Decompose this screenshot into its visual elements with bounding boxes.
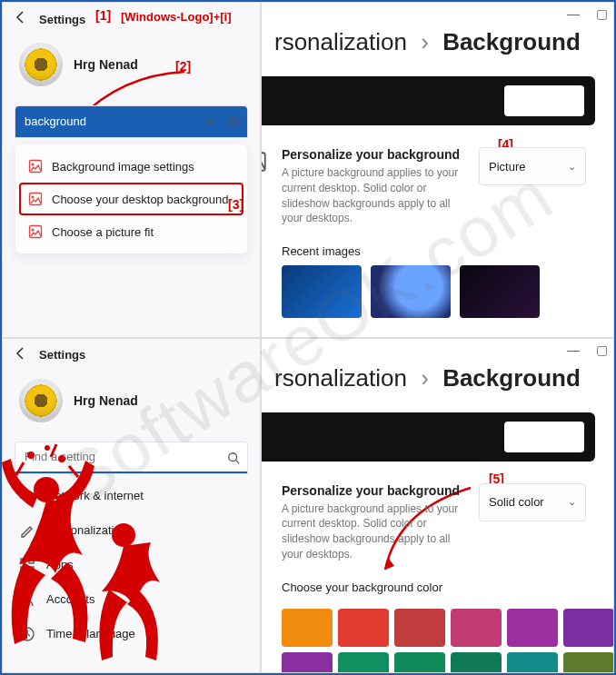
nav-label: Apps xyxy=(46,558,74,571)
search-icon[interactable] xyxy=(222,442,245,473)
dropdown-value: Picture xyxy=(489,160,525,174)
color-swatch[interactable] xyxy=(507,609,558,647)
recent-image-thumb[interactable] xyxy=(460,265,540,318)
breadcrumb-parent[interactable]: rsonalization xyxy=(274,28,407,55)
color-swatch[interactable] xyxy=(507,652,558,673)
breadcrumb-here: Background xyxy=(442,28,581,55)
back-icon[interactable] xyxy=(14,10,28,28)
svg-point-4 xyxy=(32,196,35,199)
breadcrumb-parent[interactable]: rsonalization xyxy=(274,364,407,392)
section-desc: A picture background applies to your cur… xyxy=(274,165,465,226)
suggestion-label: Background image settings xyxy=(52,160,194,174)
suggestion-label: Choose your desktop background xyxy=(52,193,228,206)
chevron-down-icon: ⌄ xyxy=(568,496,576,508)
avatar xyxy=(19,43,63,86)
search-input[interactable] xyxy=(15,442,247,473)
panel-bottom-left: Settings Hrg Nenad Network & internet Pe… xyxy=(2,338,261,674)
background-type-dropdown[interactable]: Picture ⌄ xyxy=(479,147,586,185)
svg-point-2 xyxy=(32,164,35,166)
nav-apps[interactable]: Apps xyxy=(12,548,251,582)
nav-label: Time & language xyxy=(46,627,135,640)
clear-icon[interactable]: ✕ xyxy=(198,106,222,137)
nav-label: Personalization xyxy=(46,523,127,537)
svg-rect-10 xyxy=(21,559,25,563)
search-suggestions: Background image settings Choose your de… xyxy=(15,144,247,253)
chevron-right-icon: › xyxy=(421,28,429,55)
svg-point-14 xyxy=(25,594,30,600)
svg-point-9 xyxy=(229,452,237,461)
recent-image-thumb[interactable] xyxy=(371,265,451,318)
breadcrumb-here: Background xyxy=(442,364,581,392)
svg-rect-12 xyxy=(21,567,25,571)
choose-color-label: Choose your background color xyxy=(274,562,601,601)
user-name: Hrg Nenad xyxy=(74,57,138,72)
breadcrumb: rsonalization › Background xyxy=(274,339,601,400)
preview-strip xyxy=(261,76,595,125)
user-name: Hrg Nenad xyxy=(74,393,138,408)
preview-strip xyxy=(261,412,595,462)
section-desc: A picture background applies to your cur… xyxy=(274,501,465,562)
color-swatch[interactable] xyxy=(282,652,333,673)
nav-time-language[interactable]: Time & language xyxy=(12,617,251,651)
nav-network[interactable]: Network & internet xyxy=(12,479,251,513)
picture-icon xyxy=(261,151,267,173)
color-swatch[interactable] xyxy=(394,609,445,647)
color-swatch[interactable] xyxy=(394,652,445,673)
panel-bottom-right: — ▢ rsonalization › Background [5] Perso… xyxy=(261,338,614,674)
nav-label: Accounts xyxy=(46,592,94,606)
color-swatch-grid xyxy=(274,601,601,673)
breadcrumb: rsonalization › Background xyxy=(274,3,601,64)
background-type-dropdown[interactable]: Solid color ⌄ xyxy=(479,483,586,521)
nav-personalization[interactable]: Personalization xyxy=(12,513,251,548)
svg-rect-13 xyxy=(29,567,34,571)
color-swatch[interactable] xyxy=(451,652,502,673)
color-swatch[interactable] xyxy=(338,652,389,673)
color-swatch[interactable] xyxy=(451,609,502,647)
avatar xyxy=(19,379,63,422)
svg-point-6 xyxy=(32,229,35,232)
chevron-right-icon: › xyxy=(421,364,429,392)
svg-rect-11 xyxy=(29,559,34,563)
panel-top-left: Settings [1] [Windows-Logo]+[i] Hrg Nena… xyxy=(2,2,261,338)
settings-title: Settings xyxy=(39,13,85,26)
panel-top-right: — ▢ rsonalization › Background [4] Perso… xyxy=(261,2,614,338)
suggestion-label: Choose a picture fit xyxy=(52,225,154,239)
suggestion-item[interactable]: Choose a picture fit xyxy=(19,215,243,248)
suggestion-item[interactable]: Background image settings xyxy=(19,150,243,183)
color-swatch[interactable] xyxy=(563,609,614,647)
settings-title: Settings xyxy=(39,348,85,362)
nav-label: Network & internet xyxy=(46,489,144,502)
back-icon[interactable] xyxy=(14,346,28,364)
color-swatch[interactable] xyxy=(282,609,333,647)
recent-images-label: Recent images xyxy=(274,226,601,265)
svg-point-0 xyxy=(229,117,237,125)
nav-accounts[interactable]: Accounts xyxy=(12,582,251,617)
dropdown-value: Solid color xyxy=(489,495,544,509)
search-icon[interactable] xyxy=(222,106,245,137)
color-swatch[interactable] xyxy=(563,652,614,673)
recent-image-thumb[interactable] xyxy=(282,265,362,318)
suggestion-item-selected[interactable]: Choose your desktop background xyxy=(19,183,243,215)
chevron-down-icon: ⌄ xyxy=(568,161,576,173)
color-swatch[interactable] xyxy=(338,609,389,647)
